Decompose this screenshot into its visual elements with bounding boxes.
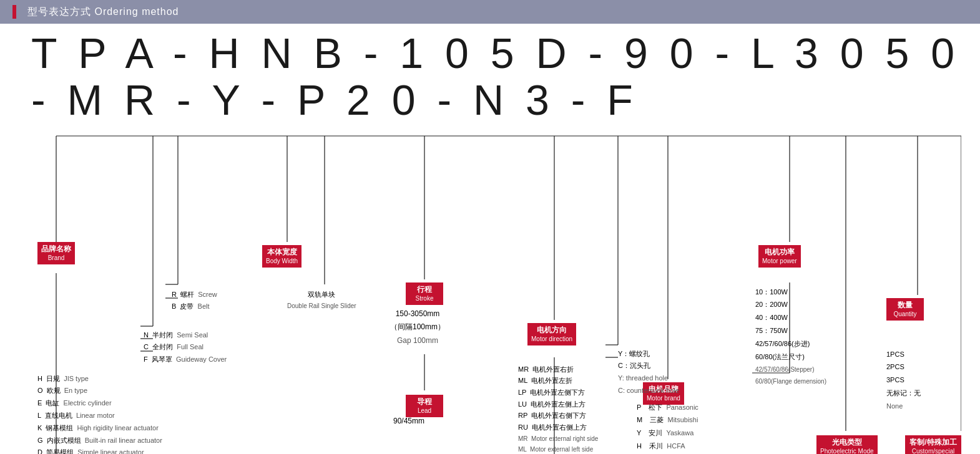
list-item: Y：螺纹孔: [618, 348, 679, 360]
list-item: 40：400W: [755, 311, 826, 324]
list-item: H 禾川 HCFA: [637, 440, 723, 453]
hole-type-list: Y：螺纹孔 C：沉头孔 Y: threaded hole C: counters…: [618, 348, 679, 397]
list-item: MR 电机外置右折: [518, 364, 602, 375]
diagram-area: 品牌名称 Brand 本体宽度 Body Width 行程 Stroke 导程 …: [19, 123, 961, 454]
lead-val-text: 90/45mm: [393, 417, 424, 425]
list-item: Y 安川 Yaskawa: [637, 427, 723, 440]
list-item: P 松下 Panasonic: [637, 401, 723, 414]
list-item: 60/80(法兰尺寸): [755, 350, 826, 364]
list-item: O 欧规 En type: [37, 385, 165, 397]
list-item: G 内嵌式模组 Built-in rail linear actuator: [37, 435, 165, 447]
main-content: T P A - H N B - 1 0 5 D - 9 0 - L 3 0 5 …: [0, 24, 980, 454]
list-item: C: countersunk hole: [618, 385, 679, 397]
list-item: D 简易模组 Simple linear actuator: [37, 447, 165, 454]
list-item: LP 电机外置左侧下方: [518, 387, 602, 398]
list-item: ML Motor external left side: [518, 444, 602, 454]
list-item: 3PCS: [886, 374, 921, 387]
photoelectric-label: 光电类型 Photoelectric Mode: [816, 435, 878, 454]
list-item: Y: threaded hole: [618, 372, 679, 385]
body-sub-info: 双轨单块 Double Rail Single Slider: [287, 289, 356, 312]
quantity-label: 数量 Quantity: [886, 298, 924, 321]
list-item: H 日规 JIS type: [37, 373, 165, 385]
brand-types-list: H 日规 JIS type O 欧规 En type E 电缸 Electric…: [37, 373, 165, 454]
list-item: R 螺杆 Screw: [172, 289, 217, 301]
lead-label: 导程 Lead: [406, 395, 443, 418]
list-item: M 三菱 Mitsubishi: [637, 413, 723, 427]
accent-bar: [12, 5, 16, 19]
body-width-label: 本体宽度 Body Width: [262, 245, 301, 268]
list-item: C 全封闭 Full Seal: [144, 341, 227, 354]
header-title: 型号表达方式 Ordering method: [27, 6, 179, 19]
custom-label: 客制/特殊加工 Custom/special processing: [905, 435, 961, 454]
list-item: 20：200W: [755, 298, 826, 311]
motor-direction-label: 电机方向 Motor direction: [527, 323, 576, 346]
motor-power-values: 10：100W 20：200W 40：400W 75：750W 42/57/60…: [755, 286, 826, 387]
list-item: K 钢基模组 High rigidity linear actuator: [37, 422, 165, 435]
list-item: B 皮带 Belt: [172, 301, 217, 313]
list-item: MR Motor external right side: [518, 433, 602, 444]
list-item: 75：750W: [755, 324, 826, 337]
model-number: T P A - H N B - 1 0 5 D - 9 0 - L 3 0 5 …: [19, 30, 961, 123]
lead-value: 90/45mm: [393, 417, 424, 425]
brand-label: 品牌名称 Brand: [37, 242, 75, 265]
list-item: 1PCS: [886, 348, 921, 361]
list-item: C：沉头孔: [618, 360, 679, 372]
seal-types-list: N 半封闭 Semi Seal C 全封闭 Full Seal F 风琴罩 Gu…: [144, 329, 227, 366]
list-item: E 电缸 Electric cylinder: [37, 397, 165, 410]
list-item: RP 电机外置右侧下方: [518, 410, 602, 422]
list-item: 42/57/60/86(步进): [755, 337, 826, 350]
body-sub-en: Double Rail Single Slider: [287, 301, 356, 312]
quantity-values: 1PCS 2PCS 3PCS 无标记：无 None: [886, 348, 921, 413]
motor-brand-values: P 松下 Panasonic M 三菱 Mitsubishi Y 安川 Yask…: [637, 401, 723, 454]
list-item: L 直线电机 Linear motor: [37, 410, 165, 422]
stroke-gap-en: Gap 100mm: [390, 334, 445, 348]
motor-power-label: 电机功率 Motor power: [758, 245, 801, 268]
motor-direction-values: MR 电机外置右折 ML 电机外置左折 LP 电机外置左侧下方 LU 电机外置左…: [518, 364, 602, 454]
list-item: RU 电机外置右侧上方: [518, 422, 602, 433]
stroke-value: 150-3050mm （间隔100mm） Gap 100mm: [390, 307, 445, 348]
list-item: 42/57/60/86(Stepper): [755, 364, 826, 375]
body-sub-zh: 双轨单块: [287, 289, 356, 301]
list-item: F 风琴罩 Guideway Cover: [144, 354, 227, 366]
list-item: LU 电机外置左侧上方: [518, 398, 602, 410]
list-item: ML 电机外置左折: [518, 375, 602, 387]
list-item: N 半封闭 Semi Seal: [144, 329, 227, 342]
stroke-gap-zh: （间隔100mm）: [390, 321, 445, 334]
list-item: 60/80(Flange demension): [755, 375, 826, 387]
list-item: None: [886, 400, 921, 413]
stroke-label: 行程 Stroke: [406, 283, 443, 306]
drive-types-list: R 螺杆 Screw B 皮带 Belt: [172, 289, 217, 314]
list-item: 2PCS: [886, 360, 921, 374]
list-item: 无标记：无: [886, 387, 921, 400]
header-bar: 型号表达方式 Ordering method: [0, 0, 980, 24]
stroke-range: 150-3050mm: [390, 307, 445, 321]
list-item: 10：100W: [755, 286, 826, 299]
